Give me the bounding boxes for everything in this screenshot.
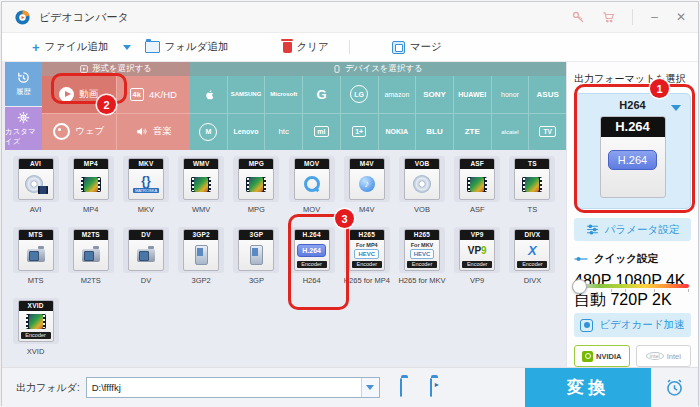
- add-file-dropdown-icon[interactable]: [123, 45, 131, 50]
- format-type-section: 形式を選択する 動画 4k 4K/HD ウェブ: [42, 62, 190, 150]
- gpu-icon: [580, 319, 593, 332]
- camcorder-icon: [27, 249, 45, 262]
- minimize-button[interactable]: –: [651, 11, 658, 23]
- combobox-dropdown[interactable]: [361, 378, 379, 397]
- format-mpg[interactable]: MPGMPG: [229, 154, 284, 225]
- intel-toggle[interactable]: intel Intel: [636, 345, 692, 367]
- film-icon: [191, 177, 211, 192]
- output-folder-path: D:\ffffkj: [87, 382, 361, 393]
- brand-tv[interactable]: TV: [529, 114, 566, 151]
- app-window: ビデオコンバータ – ✕ + ファイル追加 フォルダ追加 クリア: [1, 1, 699, 406]
- brand-microsoft[interactable]: Microsoft: [265, 76, 302, 113]
- music-note-icon: ♪: [359, 176, 375, 192]
- history-icon: [16, 70, 31, 85]
- format-mkv[interactable]: MKV{}MATROSKAMKV: [118, 154, 173, 225]
- brand-blu[interactable]: BLU: [416, 114, 453, 151]
- register-key-icon[interactable]: [571, 10, 585, 24]
- disc-icon: [413, 175, 431, 193]
- format-button-music[interactable]: 音楽: [117, 114, 191, 151]
- chevron-down-icon[interactable]: [671, 105, 681, 111]
- brand-asus[interactable]: ASUS: [529, 76, 566, 113]
- format-3gp[interactable]: 3GP3GP: [229, 225, 284, 296]
- brand-motorola[interactable]: M: [190, 114, 227, 151]
- browse-folder-button[interactable]: [400, 379, 402, 397]
- format-grid: AVIAVIMP4MP4MKV{}MATROSKAMKVWMVWMVMPGMPG…: [2, 150, 566, 367]
- slider-label-2k: 2K: [652, 291, 672, 308]
- device-header: デバイスを選択する: [190, 62, 566, 76]
- tab-customize[interactable]: カスタマイズ: [5, 107, 42, 151]
- add-folder-label: フォルダ追加: [165, 40, 229, 54]
- camcorder-icon: [82, 249, 100, 262]
- store-cart-icon[interactable]: [601, 10, 616, 24]
- quicktime-icon: [304, 176, 320, 192]
- format-m2ts[interactable]: M2TSM2TS: [63, 225, 118, 296]
- add-file-label: ファイル追加: [45, 40, 109, 54]
- brand-honor[interactable]: honor: [492, 76, 529, 113]
- parameter-settings-button[interactable]: パラメータ設定: [574, 218, 691, 242]
- close-button[interactable]: ✕: [676, 11, 686, 23]
- format-divx[interactable]: DIVXXEncoderDIVX: [505, 225, 560, 296]
- slider-track[interactable]: [574, 284, 689, 288]
- film-icon: [26, 314, 46, 329]
- apple-icon: [202, 87, 215, 102]
- format-vp9[interactable]: VP9VP9EncoderVP9: [450, 225, 505, 296]
- format-vob[interactable]: VOBVOB: [394, 154, 449, 225]
- add-folder-button[interactable]: フォルダ追加: [145, 40, 229, 54]
- gpu-acceleration-button[interactable]: ビデオカード加速: [574, 313, 691, 337]
- brand-apple[interactable]: [190, 76, 227, 113]
- folder-add-icon: [145, 41, 160, 53]
- brand-zte[interactable]: ZTE: [454, 114, 491, 151]
- brand-htc[interactable]: htc: [265, 114, 302, 151]
- format-dv[interactable]: DVDV: [118, 225, 173, 296]
- format-wmv[interactable]: WMVWMV: [174, 154, 229, 225]
- tab-customize-label: カスタマイズ: [5, 127, 42, 147]
- format-asf[interactable]: ASFASF: [450, 154, 505, 225]
- schedule-button[interactable]: [651, 368, 698, 407]
- format-h265-for-mp4[interactable]: H265For MP4HEVCEncoderH265 for MP4: [339, 225, 394, 296]
- brand-alcatel[interactable]: alcatel: [492, 114, 529, 151]
- format-h265-for-mkv[interactable]: H265For MKVHEVCEncoderH265 for MKV: [394, 225, 449, 296]
- brand-lg[interactable]: LG: [341, 76, 378, 113]
- intel-icon: intel: [646, 352, 664, 360]
- screen: ビデオコンバータ – ✕ + ファイル追加 フォルダ追加 クリア: [0, 0, 700, 407]
- format-button-4khd[interactable]: 4k 4K/HD: [117, 76, 191, 113]
- brand-google[interactable]: G: [303, 76, 340, 113]
- brand-lenovo[interactable]: Lenovo: [228, 114, 265, 151]
- selected-format-box[interactable]: H264 H.264 H.264: [574, 93, 691, 209]
- nvidia-toggle[interactable]: NVIDIA: [574, 345, 630, 367]
- format-button-video[interactable]: 動画: [42, 76, 116, 113]
- output-panel: 出力フォーマットを選択 H264 H.264 H.264 パラメータ設定: [566, 62, 698, 367]
- format-mp4[interactable]: MP4MP4: [63, 154, 118, 225]
- format-xvid[interactable]: XVIDEncoderXVID: [8, 296, 63, 367]
- nvidia-icon: [582, 351, 593, 362]
- add-file-button[interactable]: + ファイル追加: [32, 40, 109, 55]
- brand-oneplus[interactable]: 1+: [341, 114, 378, 151]
- brand-huawei[interactable]: HUAWEI: [454, 76, 491, 113]
- alarm-clock-icon: [664, 377, 685, 398]
- tab-history[interactable]: 履歴: [5, 62, 42, 106]
- brand-samsung[interactable]: SAMSUNG: [228, 76, 265, 113]
- format-3gp2[interactable]: 3GP23GP2: [174, 225, 229, 296]
- brand-xiaomi[interactable]: mi: [303, 114, 340, 151]
- format-mov[interactable]: MOVMOV: [284, 154, 339, 225]
- selected-format-icon: H.264 H.264: [600, 116, 666, 198]
- folder-open-icon: ▸: [430, 378, 432, 397]
- device-section: デバイスを選択する SAMSUNGMicrosoftGLGamazonSONYH…: [190, 62, 566, 150]
- merge-button[interactable]: マージ: [392, 40, 442, 54]
- convert-button[interactable]: 変換: [525, 368, 651, 407]
- brand-nokia[interactable]: NOKIA: [379, 114, 416, 151]
- output-folder-combobox[interactable]: D:\ffffkj: [86, 377, 380, 398]
- format-button-web[interactable]: ウェブ: [42, 114, 116, 151]
- format-h264[interactable]: H.264H.264EncoderH264: [284, 225, 339, 296]
- brand-sony[interactable]: SONY: [416, 76, 453, 113]
- brand-amazon[interactable]: amazon: [379, 76, 416, 113]
- format-ts[interactable]: TSTS: [505, 154, 560, 225]
- open-folder-button[interactable]: ▸: [430, 379, 432, 397]
- folder-icon: [400, 378, 402, 397]
- format-avi[interactable]: AVIAVI: [8, 154, 63, 225]
- format-mts[interactable]: MTSMTS: [8, 225, 63, 296]
- matroska-icon: {}: [141, 176, 150, 187]
- clear-button[interactable]: クリア: [283, 40, 329, 54]
- format-m4v[interactable]: M4V♪M4V: [339, 154, 394, 225]
- film-icon: [81, 177, 101, 192]
